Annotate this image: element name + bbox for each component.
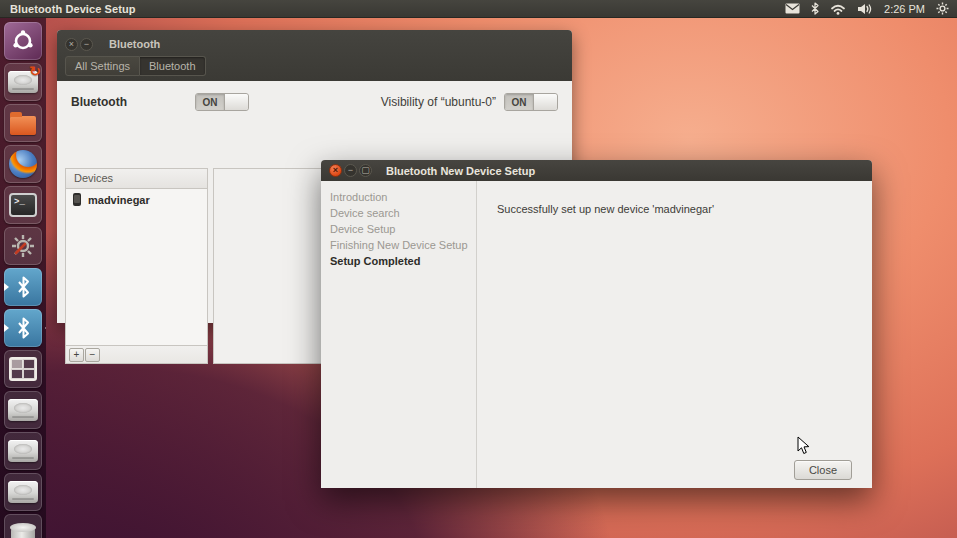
launcher-item-firefox[interactable] [4, 145, 42, 183]
devices-panel: Devices madvinegar + − [65, 168, 208, 364]
clock[interactable]: 2:26 PM [884, 3, 925, 15]
launcher-item-software-updater[interactable]: ↻ [4, 63, 42, 101]
settings-gear-icon [10, 233, 36, 259]
wizard-step-setup-completed: Setup Completed [330, 253, 476, 269]
wizard-step-finishing: Finishing New Device Setup [330, 237, 476, 253]
phone-icon [73, 193, 81, 206]
launcher-item-terminal[interactable]: >_ [4, 186, 42, 224]
visibility-label: Visibility of “ubuntu-0” [381, 95, 496, 109]
launcher-item-files[interactable] [4, 104, 42, 142]
setup-success-message: Successfully set up new device 'madvineg… [497, 203, 714, 215]
wizard-window-title: Bluetooth New Device Setup [386, 165, 535, 177]
focused-indicator-arrow [45, 324, 46, 332]
launcher-item-bluetooth-setup[interactable] [4, 309, 42, 347]
firefox-icon [9, 150, 37, 178]
device-name: madvinegar [88, 194, 150, 206]
launcher-item-system-settings[interactable] [4, 227, 42, 265]
settings-breadcrumb: All Settings Bluetooth [65, 56, 564, 76]
toggle-knob [224, 94, 248, 110]
launcher-item-workspace-switcher[interactable] [4, 350, 42, 388]
toggle-on-label: ON [196, 94, 224, 110]
visibility-toggle[interactable]: ON [504, 93, 558, 111]
running-indicator-arrow [4, 283, 9, 291]
drive-icon [8, 399, 38, 421]
ubuntu-logo-icon [11, 29, 35, 53]
session-gear-icon[interactable] [936, 2, 949, 15]
bluetooth-toggle[interactable]: ON [195, 93, 249, 111]
toggle-on-label: ON [505, 94, 533, 110]
wifi-icon[interactable] [830, 3, 846, 15]
system-tray: 2:26 PM [785, 2, 957, 15]
wizard-content: Successfully set up new device 'madvineg… [477, 181, 872, 488]
updater-swirl-icon: ↻ [29, 63, 41, 79]
mouse-cursor [797, 436, 810, 459]
remove-device-button[interactable]: − [85, 348, 100, 362]
devices-column-header: Devices [66, 169, 207, 189]
devices-toolbar: + − [66, 345, 207, 363]
breadcrumb-current: Bluetooth [140, 56, 205, 76]
maximize-icon[interactable]: ▢ [359, 164, 372, 177]
terminal-icon: >_ [9, 193, 37, 217]
wizard-step-list: Introduction Device search Device Setup … [321, 181, 477, 488]
bluetooth-new-device-setup-window: × − ▢ Bluetooth New Device Setup Introdu… [321, 160, 872, 488]
launcher-item-dash-home[interactable] [4, 22, 42, 60]
bluetooth-icon[interactable] [811, 2, 819, 15]
drive-icon [8, 481, 38, 503]
trash-icon [11, 527, 35, 538]
folder-icon [10, 116, 36, 135]
settings-window-header: × − Bluetooth All Settings Bluetooth [57, 30, 572, 81]
drive-icon [8, 440, 38, 462]
unity-launcher: ↻ >_ [0, 18, 46, 538]
launcher-item-drive-3[interactable] [4, 473, 42, 511]
minimize-icon[interactable]: − [80, 38, 93, 51]
top-panel: Bluetooth Device Setup 2:26 PM [0, 0, 957, 18]
minimize-icon[interactable]: − [344, 164, 357, 177]
bluetooth-icon [16, 317, 31, 339]
workspace-grid-icon [9, 357, 37, 381]
wizard-step-device-setup: Device Setup [330, 221, 476, 237]
device-list-item[interactable]: madvinegar [66, 189, 207, 210]
running-indicator-arrow [4, 324, 9, 332]
launcher-item-drive-1[interactable] [4, 391, 42, 429]
close-button[interactable]: Close [794, 460, 852, 480]
bluetooth-label: Bluetooth [71, 95, 127, 109]
close-icon[interactable]: × [65, 38, 78, 51]
bluetooth-icon [16, 276, 31, 298]
all-settings-button[interactable]: All Settings [65, 56, 140, 76]
toggle-knob [533, 94, 557, 110]
wizard-step-introduction: Introduction [330, 189, 476, 205]
wizard-titlebar[interactable]: × − ▢ Bluetooth New Device Setup [321, 160, 872, 181]
active-window-title: Bluetooth Device Setup [0, 3, 136, 15]
wizard-step-device-search: Device search [330, 205, 476, 221]
volume-icon[interactable] [857, 3, 873, 15]
launcher-item-trash[interactable] [4, 514, 42, 538]
mail-icon[interactable] [785, 3, 800, 14]
add-device-button[interactable]: + [69, 348, 84, 362]
close-icon[interactable]: × [329, 164, 342, 177]
launcher-item-bluetooth-device[interactable] [4, 268, 42, 306]
settings-window-title: Bluetooth [109, 38, 160, 50]
launcher-item-drive-2[interactable] [4, 432, 42, 470]
